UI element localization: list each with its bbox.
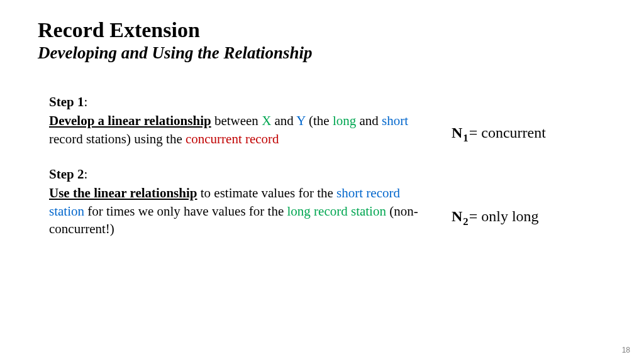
n1-symbol: N [452, 124, 462, 141]
content-area: Step 1: Develop a linear relationship be… [38, 93, 606, 238]
n1-rhs: = concurrent [469, 124, 546, 141]
step1-block: Step 1: Develop a linear relationship be… [49, 93, 433, 148]
text: for times we only have values for the [84, 204, 287, 219]
step2-label: Step 2 [49, 167, 84, 182]
colon: : [84, 94, 87, 109]
n2-equation: N2 = only long [452, 208, 606, 225]
long-word: long [333, 113, 356, 128]
page-number: 18 [622, 346, 630, 354]
n2-subscript: 2 [463, 216, 468, 228]
text: (the [306, 113, 333, 128]
step2-block: Step 2: Use the linear relationship to e… [49, 165, 433, 238]
step2-use: Use the linear relationship [49, 185, 197, 200]
text: to estimate values for the [197, 185, 336, 200]
left-column: Step 1: Develop a linear relationship be… [49, 93, 433, 238]
colon: : [84, 167, 87, 182]
text: and [356, 113, 382, 128]
text: record stations) using the [49, 131, 186, 146]
n1-subscript: 1 [463, 132, 468, 145]
concurrent-record: concurrent record [186, 131, 279, 146]
step1-develop: Develop a linear relationship [49, 113, 211, 128]
n2-rhs: = only long [469, 208, 539, 225]
x-var: X [262, 113, 271, 128]
right-column: N1 = concurrent N2 = only long [433, 93, 606, 238]
n1-equation: N1 = concurrent [452, 124, 606, 141]
slide-title: Record Extension [38, 18, 606, 42]
slide-subtitle: Developing and Using the Relationship [38, 43, 606, 63]
slide: Record Extension Developing and Using th… [0, 0, 644, 362]
step2-body: Use the linear relationship to estimate … [49, 184, 433, 238]
short-word: short [382, 113, 408, 128]
y-var: Y [296, 113, 305, 128]
n2-symbol: N [452, 208, 462, 225]
step1-label: Step 1 [49, 94, 84, 109]
text: and [271, 113, 296, 128]
text: between [211, 113, 262, 128]
step1-body: Develop a linear relationship between X … [49, 112, 433, 148]
long-station: long record station [287, 204, 386, 219]
